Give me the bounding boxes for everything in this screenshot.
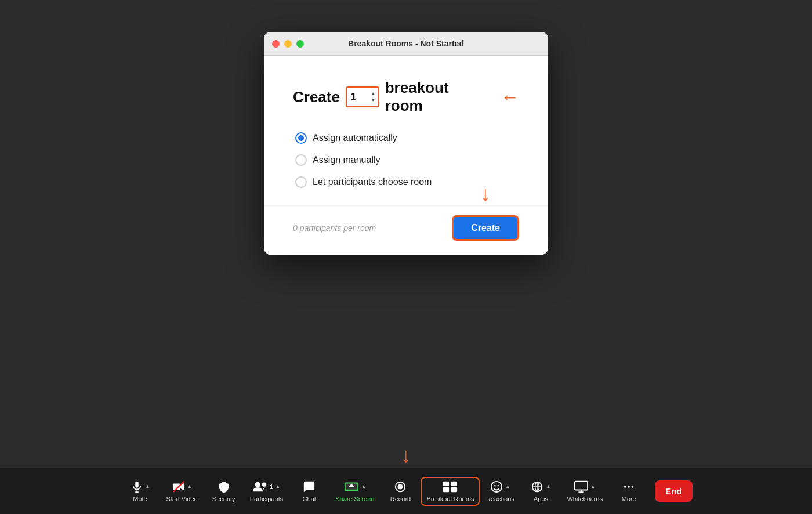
share-screen-icon-area: ▲: [344, 480, 366, 493]
toolbar-item-reactions[interactable]: ▲ Reactions: [480, 477, 520, 506]
reactions-icon: [490, 480, 503, 493]
svg-point-18: [494, 484, 496, 486]
apps-label: Apps: [534, 495, 548, 502]
participants-icon: [253, 480, 268, 493]
option-auto[interactable]: Assign automatically: [295, 132, 519, 144]
toolbar-item-chat[interactable]: Chat: [289, 477, 329, 506]
security-icon-area: [217, 480, 230, 493]
microphone-icon: [130, 480, 143, 493]
svg-rect-14: [451, 481, 457, 486]
mute-chevron: ▲: [146, 484, 150, 489]
chat-label: Chat: [303, 495, 316, 502]
whiteboards-chevron: ▲: [590, 484, 595, 489]
toolbar-item-whiteboards[interactable]: ▲ Whiteboards: [561, 477, 608, 506]
share-screen-icon: [344, 480, 359, 493]
option-auto-label: Assign automatically: [313, 133, 397, 143]
more-icon: [622, 480, 635, 493]
whiteboards-icon: [574, 480, 588, 493]
svg-point-27: [628, 486, 630, 488]
share-chevron: ▲: [361, 484, 366, 489]
video-label: Start Video: [166, 495, 197, 502]
breakout-rooms-modal: Breakout Rooms - Not Started Create 1 ▲ …: [264, 32, 548, 255]
shield-icon: [217, 480, 230, 493]
record-label: Record: [390, 495, 411, 502]
video-chevron: ▲: [187, 484, 192, 489]
create-button-wrapper: ↓ Create: [452, 215, 519, 241]
down-arrow-create-annotation: ↓: [480, 183, 491, 204]
toolbar-item-record[interactable]: Record: [380, 477, 420, 506]
apps-icon-area: ▲: [531, 480, 550, 493]
toolbar-item-breakout-rooms[interactable]: Breakout Rooms: [420, 477, 480, 506]
svg-point-12: [398, 484, 403, 489]
modal-footer: 0 participants per room ↓ Create: [264, 205, 548, 255]
toolbar-item-mute[interactable]: ▲ Mute: [119, 477, 160, 506]
toolbar-item-apps[interactable]: ▲ Apps: [520, 477, 561, 506]
radio-manual[interactable]: [295, 154, 307, 166]
option-manual-label: Assign manually: [313, 155, 380, 165]
toolbar-item-share-screen[interactable]: ▲ Share Screen: [329, 477, 380, 506]
option-manual[interactable]: Assign manually: [295, 154, 519, 166]
participants-chevron: ▲: [276, 484, 280, 489]
svg-point-17: [491, 481, 502, 491]
svg-rect-23: [575, 481, 588, 490]
more-label: More: [622, 495, 636, 502]
option-choose-label: Let participants choose room: [313, 177, 432, 187]
whiteboards-label: Whiteboards: [567, 495, 603, 502]
create-button[interactable]: Create: [452, 215, 519, 241]
svg-rect-13: [443, 481, 449, 486]
reactions-icon-area: ▲: [490, 480, 510, 493]
create-row: Create 1 ▲ ▼ breakout room ←: [293, 79, 519, 115]
maximize-button[interactable]: [296, 40, 304, 48]
video-icon-area: ▲: [172, 480, 192, 493]
security-label: Security: [212, 495, 235, 502]
svg-point-7: [262, 482, 266, 486]
svg-point-26: [624, 486, 626, 488]
record-icon: [394, 480, 407, 493]
end-button[interactable]: End: [655, 480, 692, 502]
participants-text: 0 participants per room: [293, 223, 376, 233]
room-count-input[interactable]: 1: [349, 91, 367, 103]
minimize-button[interactable]: [284, 40, 292, 48]
modal-title: Breakout Rooms - Not Started: [348, 39, 464, 48]
chat-icon: [303, 480, 316, 493]
svg-rect-0: [135, 481, 139, 487]
toolbar-item-security[interactable]: Security: [204, 477, 244, 506]
arrow-annotation: ←: [501, 86, 519, 108]
room-count-spinner[interactable]: 1 ▲ ▼: [346, 86, 379, 107]
breakout-rooms-label: Breakout Rooms: [426, 495, 474, 502]
radio-choose[interactable]: [295, 176, 307, 188]
svg-point-6: [255, 482, 260, 487]
toolbar-item-participants[interactable]: 1 ▲ Participants: [244, 477, 289, 506]
decrement-button[interactable]: ▼: [371, 97, 376, 103]
modal-titlebar: Breakout Rooms - Not Started: [264, 32, 548, 56]
toolbar: ▲ Mute ▲ Start Video Security: [0, 468, 812, 514]
down-arrow-breakout-annotation: ↓: [401, 445, 411, 466]
breakout-icon-area: [443, 480, 458, 493]
record-icon-area: [394, 480, 407, 493]
radio-auto[interactable]: [295, 132, 307, 144]
participants-label: Participants: [250, 495, 283, 502]
chat-icon-area: [303, 480, 316, 493]
create-suffix: breakout room: [385, 79, 490, 115]
reactions-chevron: ▲: [505, 484, 510, 489]
video-icon: [172, 480, 185, 493]
whiteboards-icon-area: ▲: [574, 480, 595, 493]
breakout-rooms-icon: [443, 480, 458, 493]
toolbar-item-more[interactable]: More: [608, 477, 649, 506]
share-screen-label: Share Screen: [335, 495, 374, 502]
close-button[interactable]: [272, 40, 280, 48]
create-prefix: Create: [293, 88, 340, 106]
increment-button[interactable]: ▲: [371, 91, 376, 97]
apps-icon: [531, 480, 543, 493]
svg-rect-16: [451, 487, 457, 491]
svg-point-28: [632, 486, 634, 488]
toolbar-item-start-video[interactable]: ▲ Start Video: [160, 477, 203, 506]
stepper-buttons: ▲ ▼: [371, 91, 376, 103]
assignment-options: Assign automatically Assign manually Let…: [295, 132, 519, 188]
svg-point-19: [498, 484, 499, 486]
svg-rect-15: [443, 487, 449, 491]
window-controls: [272, 40, 304, 48]
mute-label: Mute: [133, 495, 147, 502]
mute-icon-area: ▲: [130, 480, 150, 493]
reactions-label: Reactions: [486, 495, 514, 502]
